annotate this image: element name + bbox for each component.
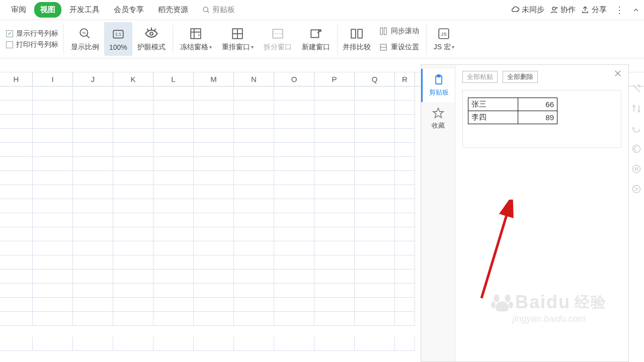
display-ratio-label: 显示比例 (71, 43, 99, 52)
svg-text:1:1: 1:1 (115, 32, 121, 37)
show-row-col-label: 显示行号列标 (16, 29, 58, 38)
share-button[interactable]: 分享 (581, 5, 607, 15)
sync-scroll-button[interactable]: 同步滚动 (377, 26, 421, 37)
new-window-label: 新建窗口 (302, 43, 330, 52)
side-by-side-label: 并排比较 (343, 43, 371, 52)
new-window-button[interactable]: 新建窗口 (297, 22, 335, 56)
zoom-100-button[interactable]: 1:1 100% (104, 22, 132, 56)
cloud-icon (511, 6, 520, 15)
tab-view[interactable]: 视图 (34, 2, 61, 18)
panel-sidebar: 剪贴板 收藏 (421, 65, 455, 361)
split-label: 拆分窗口 (264, 43, 292, 52)
svg-point-38 (633, 165, 640, 173)
col-header-M[interactable]: M (194, 72, 234, 86)
clipboard-icon (433, 74, 445, 86)
tab-daoke[interactable]: 稻壳资源 (152, 2, 194, 18)
clipboard-search[interactable]: 剪贴板 (196, 2, 241, 18)
collab-label: 协作 (560, 5, 576, 15)
col-header-I[interactable]: I (33, 72, 73, 86)
col-header-R[interactable]: R (395, 72, 415, 86)
clipboard-preview-table: 张三 66 李四 89 (468, 98, 557, 124)
zoom-icon: % (78, 27, 92, 41)
strip-icon[interactable] (631, 164, 641, 174)
panel-tab-clipboard-label: 剪贴板 (429, 88, 449, 97)
more-menu[interactable]: ⋮ (612, 5, 627, 16)
clipboard-search-label: 剪贴板 (212, 5, 235, 15)
svg-rect-22 (384, 28, 386, 35)
svg-text:*: * (198, 32, 200, 38)
separator (426, 24, 427, 54)
panel-tab-clipboard[interactable]: 剪贴板 (421, 69, 455, 102)
collapse-ribbon-icon[interactable] (632, 6, 640, 14)
col-header-P[interactable]: P (314, 72, 355, 86)
right-tool-strip (629, 64, 644, 194)
strip-icon[interactable] (631, 124, 641, 134)
side-by-side-button[interactable]: 并排比较 (343, 22, 371, 56)
strip-icon[interactable] (631, 144, 641, 154)
delete-all-button[interactable]: 全部删除 (503, 71, 538, 83)
close-panel-button[interactable] (613, 69, 622, 78)
col-header-H[interactable]: H (0, 72, 33, 86)
eye-mode-button[interactable]: 护眼模式 (132, 22, 171, 56)
toggle-print-row-col-headers[interactable]: 打印行号列标 (6, 40, 58, 49)
gridline-options: 显示行号列标 打印行号列标 (3, 22, 61, 56)
clipboard-item[interactable]: 张三 66 李四 89 (462, 90, 621, 148)
zoom-value-label: 100% (109, 43, 127, 51)
print-row-col-label: 打印行号列标 (16, 40, 58, 49)
svg-line-4 (87, 35, 89, 38)
col-header-K[interactable]: K (113, 72, 153, 86)
share-icon (581, 6, 590, 15)
separator (173, 24, 173, 54)
table-row: 张三 66 (468, 98, 557, 111)
display-ratio-button[interactable]: % 显示比例 (66, 22, 104, 56)
tab-review[interactable]: 审阅 (5, 2, 32, 18)
tab-dev-tools[interactable]: 开发工具 (63, 2, 106, 18)
svg-rect-21 (380, 28, 383, 35)
js-macro-button[interactable]: JS JS 宏▾ (429, 22, 459, 56)
svg-line-32 (481, 202, 511, 298)
toggle-show-row-col-headers[interactable]: 显示行号列标 (6, 29, 58, 38)
svg-marker-29 (433, 108, 443, 118)
strip-icon[interactable] (631, 83, 641, 94)
search-icon (202, 6, 210, 14)
paste-all-button[interactable]: 全部粘贴 (462, 71, 498, 83)
tab-member[interactable]: 会员专享 (108, 2, 150, 18)
strip-icon[interactable] (631, 184, 641, 194)
panel-tab-favorites[interactable]: 收藏 (421, 102, 455, 135)
checkbox-checked-icon (6, 30, 13, 37)
cell-value: 66 (518, 98, 557, 111)
eye-icon (144, 27, 158, 41)
compare-options: 同步滚动 重设位置 (374, 22, 424, 56)
panel-body: 全部粘贴 全部删除 张三 66 李四 89 (455, 65, 628, 361)
col-header-L[interactable]: L (153, 72, 194, 86)
sync-status[interactable]: 未同步 (511, 5, 544, 15)
js-macro-label: JS 宏 (434, 43, 451, 52)
col-header-O[interactable]: O (274, 72, 314, 86)
freeze-label: 冻结窗格 (180, 43, 208, 52)
clipboard-panel: 剪贴板 收藏 全部粘贴 全部删除 张三 66 李四 89 (421, 64, 629, 362)
col-header-J[interactable]: J (73, 72, 113, 86)
svg-point-39 (635, 168, 638, 170)
collab-button[interactable]: 协作 (549, 5, 576, 15)
svg-rect-19 (351, 29, 356, 38)
arrange-windows-button[interactable]: 重排窗口▾ (217, 22, 259, 56)
split-window-button[interactable]: 拆分窗口 (259, 22, 297, 56)
reset-pos-label: 重设位置 (391, 43, 419, 52)
freeze-panes-button[interactable]: * 冻结窗格▾ (175, 22, 217, 56)
checkbox-icon (6, 41, 13, 48)
side-by-side-icon (350, 27, 364, 41)
svg-point-8 (150, 32, 153, 35)
collab-icon (549, 6, 558, 15)
reset-position-button[interactable]: 重设位置 (377, 42, 421, 53)
col-header-N[interactable]: N (234, 72, 274, 86)
col-header-Q[interactable]: Q (355, 72, 395, 86)
strip-icon[interactable] (631, 104, 641, 114)
split-icon (271, 27, 285, 41)
cell-value: 89 (518, 111, 557, 124)
annotation-arrow (478, 200, 524, 300)
arrange-icon (230, 27, 245, 41)
eye-mode-label: 护眼模式 (137, 43, 166, 52)
svg-rect-20 (358, 29, 362, 38)
sync-scroll-label: 同步滚动 (391, 27, 419, 36)
compare-group: 并排比较 (340, 22, 374, 56)
